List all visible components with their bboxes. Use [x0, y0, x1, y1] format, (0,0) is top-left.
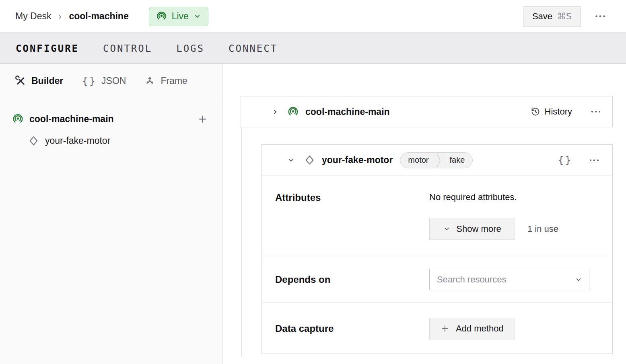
attributes-usage-text: 1 in use: [527, 224, 558, 234]
part-card-overflow-menu-button[interactable]: [588, 108, 603, 116]
diamond-icon: [28, 135, 39, 146]
broadcast-icon: [156, 11, 167, 22]
tree-item-machine-part[interactable]: cool-machine-main: [0, 108, 222, 129]
view-json-button[interactable]: {}: [555, 152, 575, 168]
add-component-button[interactable]: [195, 112, 210, 127]
tools-icon: [15, 76, 26, 86]
attributes-section-value: No required attributes. Show more 1 in u…: [429, 176, 558, 256]
depends-on-search-select[interactable]: [429, 269, 589, 290]
config-main-panel: cool-machine-main History: [222, 64, 626, 364]
expand-part-card-button[interactable]: [269, 106, 281, 118]
save-shortcut-hint: ⌘S: [557, 11, 572, 21]
tab-logs[interactable]: LOGS: [176, 41, 204, 56]
resource-card: your-fake-motor motor fake {}: [262, 144, 613, 354]
depends-on-section: Depends on: [262, 256, 612, 303]
history-button-label: History: [545, 106, 572, 117]
resource-type-badge: motor fake: [400, 152, 473, 168]
attributes-actions: Show more 1 in use: [429, 218, 558, 240]
mode-builder-label: Builder: [31, 76, 63, 86]
chevron-right-icon: [271, 108, 279, 116]
data-capture-section-label: Data capture: [262, 323, 429, 334]
show-more-button[interactable]: Show more: [429, 218, 515, 240]
save-button-label: Save: [532, 11, 552, 22]
ellipsis-icon: [591, 110, 601, 113]
resource-type-tag: motor: [400, 155, 436, 165]
broadcast-icon: [12, 113, 24, 125]
resource-tree: cool-machine-main your-fake-motor: [0, 98, 222, 152]
workspace: Builder {} JSON Frame: [0, 64, 626, 364]
history-button[interactable]: History: [531, 106, 572, 117]
add-method-button[interactable]: Add method: [429, 318, 515, 339]
mode-json-label: JSON: [101, 76, 126, 86]
mode-builder[interactable]: Builder: [15, 76, 63, 86]
attributes-section: Attributes No required attributes. Show …: [262, 176, 612, 256]
resource-card-title: your-fake-motor: [322, 155, 393, 166]
plus-icon: [441, 324, 449, 333]
chevron-right-icon: [56, 13, 64, 20]
header-overflow-menu-button[interactable]: [592, 12, 608, 20]
attributes-empty-text: No required attributes.: [429, 192, 558, 202]
top-bar: My Desk cool-machine Live Save ⌘S: [0, 0, 626, 33]
chevron-down-icon: [443, 225, 451, 233]
braces-icon: {}: [558, 154, 572, 166]
mode-frame[interactable]: Frame: [144, 76, 187, 86]
search-resources-input[interactable]: [437, 274, 575, 285]
ellipsis-icon: [589, 159, 599, 162]
tree-item-label: cool-machine-main: [29, 114, 189, 125]
tab-configure[interactable]: CONFIGURE: [16, 41, 79, 56]
depends-on-section-label: Depends on: [262, 274, 429, 285]
tree-item-label: your-fake-motor: [45, 135, 110, 146]
mode-json[interactable]: {} JSON: [82, 75, 126, 87]
tab-connect[interactable]: CONNECT: [229, 41, 278, 56]
mode-frame-label: Frame: [161, 76, 187, 86]
tree-connector-line: [241, 127, 242, 357]
diamond-icon: [304, 155, 315, 166]
resource-model-tag: fake: [442, 155, 472, 165]
frame-axes-icon: [144, 76, 155, 86]
breadcrumb-parent-link[interactable]: My Desk: [15, 11, 51, 22]
data-capture-section: Data capture Add method: [262, 303, 612, 354]
part-card-title: cool-machine-main: [305, 106, 531, 117]
config-sidebar: Builder {} JSON Frame: [0, 64, 222, 364]
collapse-resource-card-button[interactable]: [285, 154, 297, 166]
plus-icon: [198, 114, 208, 124]
chevron-down-icon: [287, 156, 295, 164]
ellipsis-icon: [595, 14, 606, 18]
resource-overflow-menu-button[interactable]: [587, 156, 602, 164]
config-mode-switcher: Builder {} JSON Frame: [0, 64, 222, 98]
tab-control[interactable]: CONTROL: [103, 41, 152, 56]
add-method-button-label: Add method: [456, 323, 504, 334]
resource-card-header: your-fake-motor motor fake {}: [262, 145, 612, 176]
attributes-section-label: Attributes: [262, 176, 429, 256]
show-more-button-label: Show more: [456, 224, 501, 234]
machine-part-card: cool-machine-main History: [241, 96, 613, 127]
chevron-down-icon: [194, 12, 201, 20]
machine-status-label: Live: [172, 11, 189, 22]
machine-status-dropdown[interactable]: Live: [149, 7, 208, 26]
breadcrumb: My Desk cool-machine: [15, 11, 129, 22]
tag-divider-chevron: [436, 153, 442, 168]
breadcrumb-current: cool-machine: [69, 11, 128, 22]
broadcast-icon: [287, 106, 299, 118]
braces-icon: {}: [82, 75, 96, 87]
save-button[interactable]: Save ⌘S: [523, 6, 581, 27]
chevron-down-icon[interactable]: [575, 276, 583, 284]
machine-tab-bar: CONFIGURE CONTROL LOGS CONNECT: [0, 33, 626, 64]
history-icon: [531, 107, 540, 117]
tree-item-motor[interactable]: your-fake-motor: [0, 129, 222, 152]
